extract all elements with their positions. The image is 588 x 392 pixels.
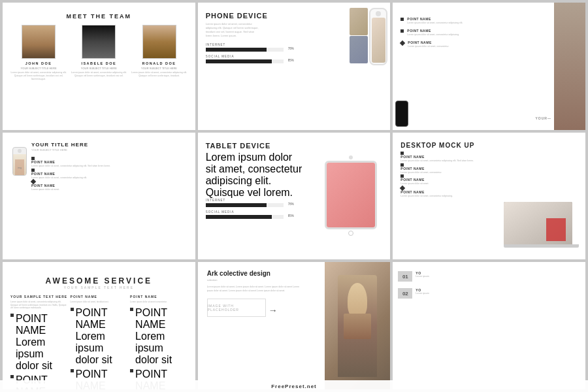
c1p1-name: POINT NAME xyxy=(16,313,68,336)
s6-pname3: POINT NAME xyxy=(400,178,498,182)
point-item-3: POINT NAME Lorem ipsum dolor sit amet, c… xyxy=(400,41,549,48)
c3p1-name: POINT NAME xyxy=(135,307,188,331)
s4-point-text-1: Lorem ipsum dolor sit amet, consectetur … xyxy=(31,165,188,168)
service-col-2: POINT NAME Lorem ipsum dolor sit amet, t… xyxy=(71,295,128,389)
slide-numbered: 01 YO Lorem ipsum 02 YO Lorem ipsum xyxy=(393,262,585,389)
slide-ark: Ark colective design colection Lorem ips… xyxy=(198,262,391,389)
col3-text: Lorem ipsum dolor sit amet consectetur. xyxy=(130,301,188,303)
slide5-internet-fill xyxy=(206,203,267,207)
slide-tablet: TABLET DEVICE Lorem ipsum dolor sit amet… xyxy=(198,133,391,260)
team-members-row: JOHN DOE YOUR SUBJECT TITLE HERE Lorem i… xyxy=(10,25,188,81)
slide1-title: MEET THE TEAM xyxy=(10,13,188,20)
laptop-screen xyxy=(504,202,572,244)
slide4-subtitle: YOUR SUBJECT TITLE HERE xyxy=(31,148,188,152)
col2-text: Lorem ipsum dolor sit amet, tincidunt or… xyxy=(71,301,128,303)
slide6-title: DESKTOP MOCK UP xyxy=(400,142,498,149)
col3-point1: POINT NAME Lorem ipsum dolor sit xyxy=(130,307,188,366)
slide5-social-fill xyxy=(206,215,272,219)
slide4-content: YOUR TITLE HERE YOUR SUBJECT TITLE HERE … xyxy=(29,142,188,251)
laptop-content xyxy=(504,202,572,244)
slide4-point-2: POINT NAME Lorem ipsum dolor sit amet, c… xyxy=(31,169,188,180)
stat-social: SOCIAL MEDIA 85% xyxy=(206,55,303,63)
member-name-ronald: RONALD DOE xyxy=(142,61,176,65)
tablet-frame xyxy=(325,161,377,229)
slide4-main-title: YOUR TITLE HERE xyxy=(31,142,188,148)
point-name-3: POINT NAME xyxy=(408,41,449,44)
stat-internet-fill xyxy=(206,48,267,52)
camera-photo xyxy=(325,262,390,389)
num-badge-2: 02 xyxy=(398,288,412,299)
placeholder-text: IMAGE WITH PLACEHOLDER xyxy=(208,304,265,312)
s6-ptext3: Lorem ipsum dolor sit amet. xyxy=(400,182,498,186)
photo-face-john xyxy=(22,25,55,58)
stat-social-label: SOCIAL MEDIA xyxy=(206,55,303,58)
slide5-internet-val: 78% xyxy=(288,203,294,206)
photo-face-isabele xyxy=(82,25,115,58)
s6-pname1: POINT NAME xyxy=(400,155,498,159)
stair-image xyxy=(504,202,572,244)
member-title-ronald: YOUR SUBJECT TITLE HERE xyxy=(141,67,177,70)
photo-face-ronald xyxy=(143,25,176,58)
stat-internet: INTERNET 78% xyxy=(206,43,303,52)
laptop-base xyxy=(504,244,579,248)
watermark-text: FreePreset.net xyxy=(271,384,317,389)
stat-social-fill xyxy=(206,59,272,63)
service-col-1: YOUR SAMPLE TEXT HERE Lorem ipsum dolor … xyxy=(10,295,68,389)
col3-title: POINT NAME xyxy=(130,295,188,299)
col2-point1: POINT NAME Lorem ipsum dolor sit xyxy=(71,307,128,366)
point-text-3: Lorem ipsum dolor sit amet, consectetur. xyxy=(408,45,449,48)
team-photo-john xyxy=(22,25,56,59)
s4-point-text-2: Lorem ipsum dolor sit amet, consectetur … xyxy=(31,176,188,180)
member-title-john: YOUR SUBJECT TITLE HERE xyxy=(21,67,57,70)
slide-meet-team: MEET THE TEAM JOHN DOE YOUR SUBJECT TITL… xyxy=(3,3,195,130)
slide4-phone: img xyxy=(12,147,27,176)
c3p2-dot xyxy=(130,369,133,372)
slide5-stat-social: SOCIAL MEDIA 85% xyxy=(206,210,303,219)
point-item-1: POINT NAME Lorem ipsum dolor sit amet, c… xyxy=(400,17,549,25)
c3p1-dot xyxy=(130,308,133,311)
member-name-john: JOHN DOE xyxy=(25,61,52,65)
col2-title: POINT NAME xyxy=(71,295,128,299)
stair-red-element xyxy=(546,218,566,241)
member-desc-john: Lorem ipsum dolor sit amet, consectetur … xyxy=(10,71,67,81)
tablet-mockup xyxy=(312,133,390,260)
slide5-stat-internet: INTERNET 78% xyxy=(206,199,303,207)
member-desc-isabele: Lorem ipsum dolor sit amet, consectetur … xyxy=(71,71,127,78)
s4-point-name-3: POINT NAME xyxy=(31,184,188,188)
s4-point-text-3: Lorem ipsum dolor sit amet. xyxy=(31,188,188,191)
num-badge-1: 01 xyxy=(398,271,412,282)
c2p1-text: Lorem ipsum dolor sit xyxy=(76,331,128,366)
slide2-title: PHONE DEVICE xyxy=(206,12,303,20)
col1-title: YOUR SAMPLE TEXT HERE xyxy=(10,295,68,299)
slide4-phone-screen: img xyxy=(13,154,26,176)
ark-subtitle: colection xyxy=(207,278,303,282)
c3p1-text: Lorem ipsum dolor sit xyxy=(135,331,188,366)
tablet-home-btn xyxy=(348,231,353,236)
slide5-internet-label: INTERNET xyxy=(206,199,303,202)
service-grid: YOUR SAMPLE TEXT HERE Lorem ipsum dolor … xyxy=(10,295,188,389)
s4-point-name-1: POINT NAME xyxy=(31,160,188,164)
stat-social-value: 85% xyxy=(288,59,294,62)
slide5-title: TABLET DEVICE xyxy=(206,142,303,150)
slide5-social-bar: 85% xyxy=(206,215,284,219)
point-text-1: Lorem ipsum dolor sit amet, consectetur … xyxy=(407,22,463,25)
stat-internet-label: INTERNET xyxy=(206,43,303,46)
slide5-social-val: 85% xyxy=(288,214,294,218)
point-diamond-3 xyxy=(400,41,405,46)
stat-internet-value: 78% xyxy=(288,47,294,50)
team-member-john: JOHN DOE YOUR SUBJECT TITLE HERE Lorem i… xyxy=(10,25,67,81)
member-name-isabele: ISABELE DOE xyxy=(81,61,116,65)
desktop-mockup xyxy=(504,202,582,254)
your-text: YOUR— xyxy=(536,116,551,120)
slide4-left: img xyxy=(10,142,29,251)
s6-pname2: POINT NAME xyxy=(400,167,498,171)
s6-pname4: POINT NAME xyxy=(400,190,498,194)
stat-internet-bar: 78% xyxy=(206,48,284,52)
num-text-1: Lorem ipsum xyxy=(416,275,429,278)
num-content-1: YO Lorem ipsum xyxy=(416,271,429,278)
slide7-subtitle: YOUR SAMPLE TEXT HERE xyxy=(64,286,134,289)
slide-your-title: img YOUR TITLE HERE YOUR SUBJECT TITLE H… xyxy=(3,133,195,260)
slide4-point-1: POINT NAME Lorem ipsum dolor sit amet, c… xyxy=(31,157,188,168)
member-title-isabele: YOUR SUBJECT TITLE HERE xyxy=(81,67,117,70)
slide4-point-3: POINT NAME Lorem ipsum dolor sit amet. xyxy=(31,180,188,191)
